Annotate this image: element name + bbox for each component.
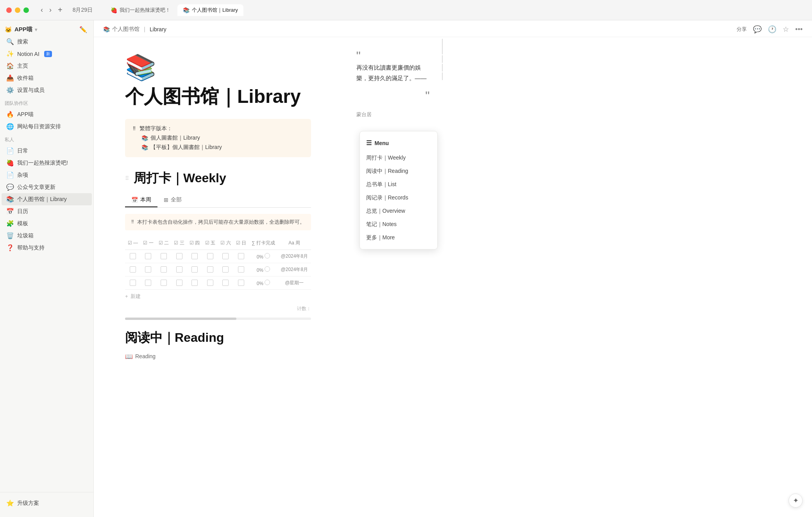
daily-label: 日常: [17, 147, 28, 154]
share-button[interactable]: 分享: [737, 26, 747, 33]
sidebar-item-daily[interactable]: 📄 日常: [2, 145, 92, 157]
menu-title: Menu: [375, 140, 389, 146]
row3-thu[interactable]: [189, 280, 200, 286]
maximize-button[interactable]: [23, 7, 29, 13]
sidebar-item-upgrade[interactable]: ⭐ 升级方案: [2, 497, 92, 509]
titlebar: ‹ › + 8月29日 🍓 我们一起热辣滚烫吧！ 📚 个人图书馆｜Library: [0, 0, 812, 20]
row1-wed[interactable]: [174, 253, 185, 259]
row2-thu[interactable]: [189, 266, 200, 273]
comment-button[interactable]: 💬: [753, 25, 762, 34]
col-tue: ☑ 二: [156, 237, 172, 250]
row2-tue[interactable]: [158, 266, 169, 273]
breadcrumb-separator: ｜: [142, 26, 147, 33]
sidebar-item-notion-ai[interactable]: ✨ Notion AI 新: [2, 48, 92, 60]
row3-tue[interactable]: [158, 280, 169, 286]
tab-this-week[interactable]: 📅 本周: [125, 193, 157, 207]
row2-check[interactable]: [127, 266, 138, 273]
more-button[interactable]: •••: [795, 25, 803, 34]
row2-fri[interactable]: [205, 266, 216, 273]
row2-wed[interactable]: [174, 266, 185, 273]
row1-sun[interactable]: [236, 253, 247, 259]
row1-tue[interactable]: [158, 253, 169, 259]
tab-all[interactable]: ⊞ 全部: [157, 193, 188, 207]
clock-button[interactable]: 🕐: [768, 25, 776, 34]
row1-fri[interactable]: [205, 253, 216, 259]
sidebar-item-library[interactable]: 📚 个人图书馆｜Library: [2, 193, 92, 205]
sidebar-item-wechat[interactable]: 💬 公众号文章更新: [2, 181, 92, 193]
resources-icon: 🌐: [6, 123, 14, 130]
sidebar-item-resources[interactable]: 🌐 网站每日资源安排: [2, 120, 92, 133]
add-tab-button[interactable]: +: [55, 4, 65, 16]
quote-box: " 再没有比讀書更廉價的娛樂，更持久的滿足了。—— " 蒙台居: [349, 45, 438, 127]
sidebar-item-search[interactable]: 🔍 搜索: [2, 36, 92, 48]
sidebar-item-calendar[interactable]: 📅 日历: [2, 205, 92, 217]
menu-item-records[interactable]: 阅记录｜Records: [360, 191, 437, 205]
row1-mon[interactable]: [143, 253, 154, 259]
sidebar-header: 🐱 APP喵 ▾ ✏️: [0, 23, 93, 36]
breadcrumb-actions: 分享 💬 🕐 ☆ •••: [737, 25, 803, 34]
tab-week-icon: 📅: [131, 197, 138, 203]
library-icon: 📚: [6, 196, 14, 203]
new-page-button[interactable]: ✏️: [79, 26, 87, 33]
row2-indicator: [265, 266, 270, 272]
tab-all-label: 全部: [171, 196, 182, 203]
date-display: 8月29日: [73, 7, 93, 14]
help-label: 帮助与支持: [17, 244, 45, 251]
row1-percent: 0%: [249, 250, 278, 263]
row3-fri[interactable]: [205, 280, 216, 286]
sidebar-item-settings[interactable]: ⚙️ 设置与成员: [2, 84, 92, 96]
row2-week: @2024年8月: [278, 263, 311, 276]
hot-label: 我们一起热辣滚烫吧!: [17, 160, 68, 167]
row2-mon[interactable]: [143, 266, 154, 273]
menu-item-list[interactable]: 总书单｜List: [360, 178, 437, 191]
menu-item-more[interactable]: 更多｜More: [360, 231, 437, 244]
row2-sat[interactable]: [220, 266, 231, 273]
back-button[interactable]: ‹: [38, 4, 45, 16]
page-title: 个人图书馆｜Library: [125, 85, 311, 108]
sidebar-item-misc[interactable]: 📄 杂项: [2, 169, 92, 181]
minimize-button[interactable]: [15, 7, 20, 13]
sidebar-item-inbox[interactable]: 📥 收件箱: [2, 72, 92, 84]
row3-mon[interactable]: [143, 280, 154, 286]
scroll-track[interactable]: [125, 318, 311, 320]
sidebar-item-templates[interactable]: 🧩 模板: [2, 217, 92, 230]
notice-link2[interactable]: 📚 【平板】個人圖書館｜Library: [141, 144, 303, 151]
tab-library[interactable]: 📚 个人图书馆｜Library: [177, 4, 243, 16]
sidebar-item-home[interactable]: 🏠 主页: [2, 60, 92, 72]
notice-link2-emoji: 📚: [141, 144, 148, 151]
menu-icon: ☰: [366, 139, 372, 147]
row1-sat[interactable]: [220, 253, 231, 259]
drag-handle[interactable]: ⠿: [125, 175, 129, 181]
tab-hot[interactable]: 🍓 我们一起热辣滚烫吧！: [105, 4, 176, 16]
menu-item-reading[interactable]: 阅读中｜Reading: [360, 165, 437, 178]
menu-item-weekly[interactable]: 周打卡｜Weekly: [360, 151, 437, 165]
col-fri: ☑ 五: [202, 237, 218, 250]
misc-icon: 📄: [6, 171, 14, 179]
alert-icon: ‼️: [131, 219, 134, 224]
row2-sun[interactable]: [236, 266, 247, 273]
row1-thu[interactable]: [189, 253, 200, 259]
forward-button[interactable]: ›: [47, 4, 54, 16]
scroll-line-4: [442, 72, 443, 80]
plus-button[interactable]: ✦: [789, 494, 803, 508]
add-row-button[interactable]: + 新建: [125, 290, 311, 303]
row3-wed[interactable]: [174, 280, 185, 286]
sidebar-item-hot[interactable]: 🍓 我们一起热辣滚烫吧!: [2, 157, 92, 169]
row1-check[interactable]: [127, 253, 138, 259]
scroll-line-2: [442, 55, 443, 63]
sidebar-item-help[interactable]: ❓ 帮助与支持: [2, 242, 92, 254]
sidebar-item-trash[interactable]: 🗑️ 垃圾箱: [2, 230, 92, 242]
section-team-label: 团队协作区: [0, 96, 93, 108]
close-button[interactable]: [6, 7, 12, 13]
row3-check[interactable]: [127, 280, 138, 286]
sidebar-item-app-miao[interactable]: 🔥 APP喵: [2, 108, 92, 120]
menu-item-notes[interactable]: 笔记｜Notes: [360, 218, 437, 231]
star-button[interactable]: ☆: [783, 25, 789, 34]
menu-header: ☰ Menu: [360, 136, 437, 151]
row3-sun[interactable]: [236, 280, 247, 286]
notice-link1[interactable]: 📚 個人圖書館｜Library: [141, 135, 303, 142]
row3-sat[interactable]: [220, 280, 231, 286]
hot-icon: 🍓: [6, 159, 14, 167]
menu-popup: ☰ Menu 周打卡｜Weekly 阅读中｜Reading 总书单｜List 阅…: [359, 131, 438, 250]
menu-item-overview[interactable]: 总览｜Overview: [360, 205, 437, 218]
